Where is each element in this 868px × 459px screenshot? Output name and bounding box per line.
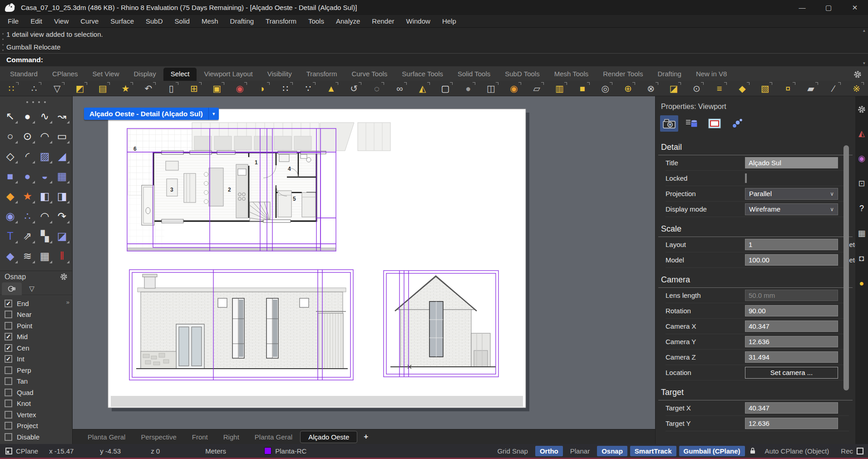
select-group-icon[interactable]: ⊕	[621, 82, 635, 95]
osnap-tab-snaps[interactable]	[2, 282, 22, 295]
handle-curve-tool[interactable]: ↷	[54, 208, 70, 224]
rotate-tool[interactable]: ◪	[54, 228, 70, 244]
panel-scrollbar[interactable]	[843, 145, 849, 390]
polygon-tool[interactable]: ◇	[2, 148, 19, 164]
extrude-tool[interactable]: ◆	[2, 248, 19, 264]
toolbar-tab[interactable]: Visibility	[260, 68, 299, 81]
select-link-icon[interactable]: ⊗	[644, 82, 658, 95]
viewport-tab[interactable]: Perspective	[133, 431, 184, 443]
units-indicator[interactable]: Meters	[200, 447, 259, 455]
select-by-id-icon[interactable]: ⊞	[187, 82, 201, 95]
viewport-tab[interactable]: Front	[184, 431, 216, 443]
menu-item[interactable]: Edit	[25, 15, 48, 27]
camera-y-input[interactable]	[745, 336, 838, 347]
toolbar-tab[interactable]: Render Tools	[596, 68, 650, 81]
layout-viewport[interactable]: 1 2 3 4 5 6	[73, 96, 655, 429]
point-tool[interactable]: ●	[20, 108, 36, 124]
menu-item[interactable]: Transform	[260, 15, 302, 27]
menu-item[interactable]: Render	[366, 15, 400, 27]
menu-item[interactable]: File	[2, 15, 25, 27]
camera-panel-icon[interactable]: ◘	[857, 253, 867, 263]
toolbar-tab[interactable]: Display	[127, 68, 163, 81]
layout-page-canvas[interactable]: 1 2 3 4 5 6	[73, 96, 655, 429]
toolbar-tab[interactable]: Mesh Tools	[547, 68, 596, 81]
section-tool[interactable]: ‖	[54, 248, 70, 264]
point-cloud-tool[interactable]: ∴	[20, 208, 36, 224]
toolbar-tab[interactable]: Standard	[3, 68, 45, 81]
lock-icon[interactable]	[750, 447, 756, 454]
osnap-checkbox[interactable]	[5, 366, 12, 374]
zoom-select-icon[interactable]: ⊙	[690, 82, 703, 95]
select-objects-icon[interactable]: ∷	[5, 82, 18, 95]
select-dots-icon[interactable]: ∵	[301, 82, 315, 95]
notifications-icon[interactable]: ●	[857, 278, 867, 288]
current-layer[interactable]: Planta-RC	[259, 447, 312, 455]
osnap-checkbox[interactable]	[5, 333, 12, 341]
layout-scale-input[interactable]	[745, 239, 838, 250]
select-last-object-icon[interactable]: ★	[119, 82, 133, 95]
text-tool[interactable]: T	[2, 228, 19, 244]
rectangle-tool[interactable]: ▭	[54, 128, 70, 144]
select-by-color-icon[interactable]: ◉	[233, 82, 247, 95]
camera-x-input[interactable]	[745, 321, 838, 332]
select-brush-icon[interactable]: ▰	[804, 82, 818, 95]
display-panel-icon[interactable]: ⊡	[857, 178, 867, 188]
menu-item[interactable]: Mesh	[196, 15, 224, 27]
puzzle-plugin-tool[interactable]: ◆	[2, 188, 19, 204]
statusbar-toggle[interactable]: Osnap	[597, 446, 627, 456]
select-scatter-icon[interactable]: ∷	[279, 82, 292, 95]
command-prompt[interactable]: Command:	[0, 53, 868, 66]
select-spiral-icon[interactable]: ◎	[598, 82, 612, 95]
select-card-icon[interactable]: ▥	[553, 82, 567, 95]
sweep-surface-tool[interactable]: ◢	[54, 148, 70, 164]
palette-drag-handle[interactable]	[0, 96, 72, 108]
panel-flag-icon[interactable]: ◭	[857, 128, 867, 138]
osnap-checkbox[interactable]	[5, 389, 12, 396]
rect-array-tool[interactable]: ▦	[37, 248, 53, 264]
adjust-curve-tool[interactable]: ◠	[37, 208, 53, 224]
statusbar-toggle[interactable]: Grid Snap	[493, 446, 533, 456]
target-x-input[interactable]	[745, 402, 838, 414]
select-points-icon[interactable]: ∴	[27, 82, 41, 95]
menu-item[interactable]: Help	[436, 15, 462, 27]
rib-tool[interactable]: ≋	[20, 248, 36, 264]
select-plane-icon[interactable]: ▱	[530, 82, 543, 95]
auto-cplane-toggle[interactable]: Auto CPlane (Object)	[760, 446, 834, 456]
select-key-icon[interactable]: ¤	[781, 82, 795, 95]
menu-item[interactable]: Analyze	[330, 15, 366, 27]
command-scrollbar[interactable]: ▲▼	[861, 29, 867, 65]
undo-selection-icon[interactable]: ↶	[142, 82, 155, 95]
toolbar-tab[interactable]: Transform	[299, 68, 345, 81]
menu-item[interactable]: Curve	[74, 15, 104, 27]
scale-tool[interactable]: ⇗	[20, 228, 36, 244]
osnap-tab-filter[interactable]: ▽	[22, 282, 42, 295]
set-camera-button[interactable]: Set camera ...	[745, 367, 838, 379]
toolbar-tab[interactable]: Viewport Layout	[197, 68, 260, 81]
osnap-gear-icon[interactable]	[60, 273, 68, 281]
array-tool[interactable]: ▚	[37, 228, 53, 244]
cplane-selector[interactable]: CPlane	[0, 447, 44, 455]
osnap-checkbox[interactable]	[5, 322, 12, 330]
close-button[interactable]: ✕	[842, 0, 868, 15]
select-sphere-icon[interactable]: ●	[461, 82, 475, 95]
osnap-checkbox[interactable]	[5, 344, 12, 352]
fillet-curve-tool[interactable]: ◜	[20, 148, 36, 164]
menu-item[interactable]: Tools	[302, 15, 330, 27]
osnap-checkbox[interactable]	[5, 411, 12, 419]
control-point-curve-tool[interactable]: ∿	[37, 108, 53, 124]
select-comb-icon[interactable]: ≡	[713, 82, 726, 95]
record-history-icon[interactable]	[857, 448, 863, 454]
select-package-icon[interactable]: ▧	[758, 82, 772, 95]
menu-item[interactable]: Surface	[104, 15, 140, 27]
viewport-tab[interactable]: Planta Geral	[80, 431, 133, 443]
display-mode-select[interactable]: Wireframe∨	[745, 203, 838, 215]
panel-gear-icon[interactable]	[858, 105, 866, 114]
split-tool[interactable]: ◨	[54, 188, 70, 204]
patch-surface-tool[interactable]: ▨	[37, 148, 53, 164]
menu-item[interactable]: SubD	[140, 15, 169, 27]
camera-z-input[interactable]	[745, 351, 838, 363]
select-surfaces-icon[interactable]: ▣	[210, 82, 224, 95]
toolbar-tab[interactable]: CPlanes	[45, 68, 85, 81]
select-eraser-icon[interactable]: ◪	[667, 82, 681, 95]
explode-tool[interactable]: ★	[20, 188, 36, 204]
